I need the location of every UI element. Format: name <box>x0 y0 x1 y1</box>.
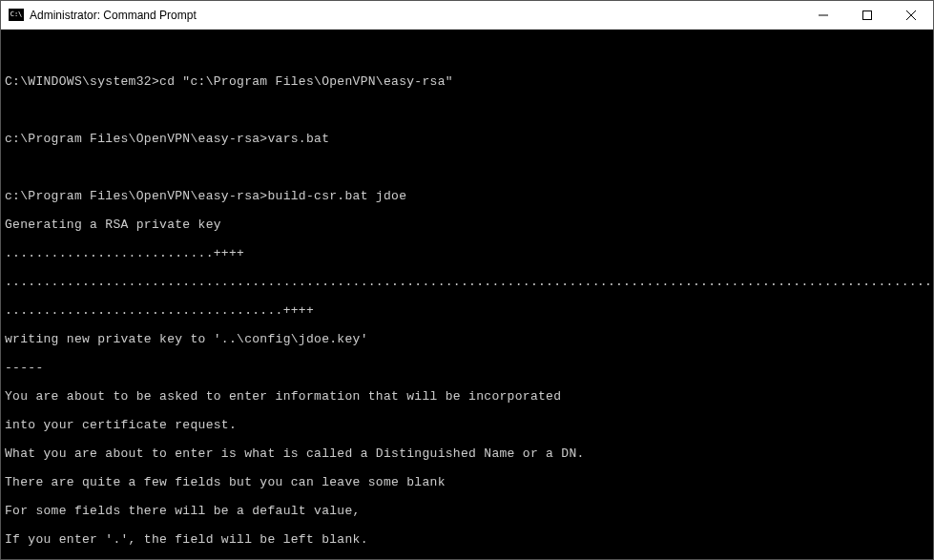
window-title: Administrator: Command Prompt <box>30 9 801 22</box>
terminal-line: If you enter '.', the field will be left… <box>5 532 929 547</box>
cmd-icon <box>9 9 24 21</box>
terminal-line: ----- <box>5 361 929 375</box>
terminal-line: ....................................++++ <box>5 303 929 318</box>
terminal-output[interactable]: C:\WINDOWS\system32>cd "c:\Program Files… <box>1 30 933 559</box>
close-button[interactable] <box>889 1 933 29</box>
terminal-line: writing new private key to '..\config\jd… <box>5 332 929 346</box>
window-controls <box>801 1 933 29</box>
terminal-line: What you are about to enter is what is c… <box>5 446 929 461</box>
terminal-line: You are about to be asked to enter infor… <box>5 389 929 404</box>
minimize-button[interactable] <box>801 1 845 29</box>
terminal-line: ........................................… <box>5 275 929 289</box>
close-icon <box>906 10 916 20</box>
terminal-line: c:\Program Files\OpenVPN\easy-rsa>build-… <box>5 189 929 203</box>
terminal-line: into your certificate request. <box>5 418 929 432</box>
maximize-icon <box>862 10 872 20</box>
terminal-line: Generating a RSA private key <box>5 218 929 232</box>
minimize-icon <box>819 10 828 20</box>
terminal-line: c:\Program Files\OpenVPN\easy-rsa>vars.b… <box>5 132 929 146</box>
window-titlebar: Administrator: Command Prompt <box>1 1 933 30</box>
terminal-line: ...........................++++ <box>5 246 929 260</box>
terminal-line: C:\WINDOWS\system32>cd "c:\Program Files… <box>5 74 929 89</box>
terminal-line: There are quite a few fields but you can… <box>5 475 929 489</box>
maximize-button[interactable] <box>845 1 889 29</box>
svg-rect-1 <box>863 10 872 19</box>
terminal-line: For some fields there will be a default … <box>5 504 929 518</box>
